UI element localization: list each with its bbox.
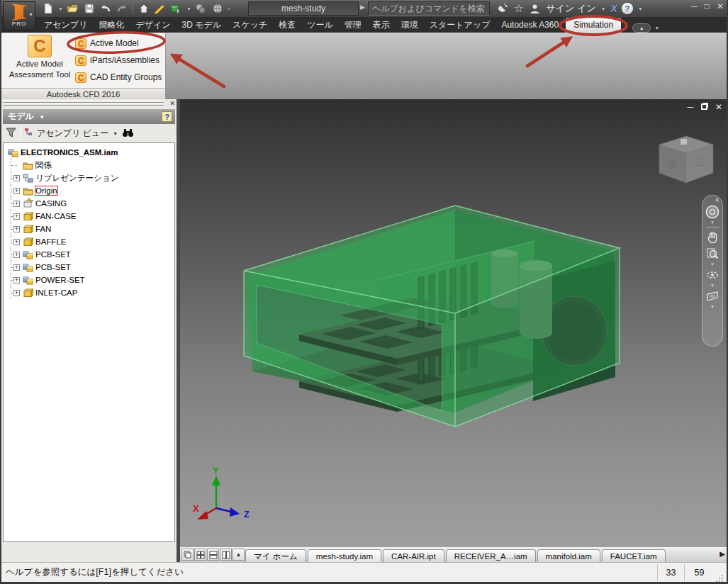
tab-a360[interactable]: Autodesk A360 — [495, 17, 564, 33]
tab-manifold[interactable]: manifold.iam — [537, 549, 600, 563]
help-icon[interactable]: ? — [622, 3, 633, 14]
cascade-windows-icon[interactable] — [181, 549, 194, 561]
tile-horizontal-icon[interactable] — [207, 549, 219, 561]
expand-toggle[interactable]: + — [13, 277, 20, 283]
application-menu-button[interactable]: PRO ▼ — [3, 1, 35, 31]
material-button[interactable] — [194, 1, 208, 16]
sign-in-caret-icon[interactable]: ▼ — [601, 6, 606, 11]
tab-assembly[interactable]: アセンブリ — [38, 17, 93, 33]
tab-getstarted[interactable]: スタートアップ — [424, 17, 496, 33]
expand-toggle[interactable]: + — [13, 226, 20, 232]
select-component-button[interactable] — [169, 1, 184, 16]
save-button[interactable] — [82, 1, 96, 16]
expand-toggle[interactable]: + — [13, 290, 20, 296]
tree-item-assembly-root[interactable]: ELECTRONICS_ASM.iam — [6, 146, 174, 159]
favorites-star-icon[interactable]: ☆ — [514, 2, 523, 15]
title-expand-icon[interactable]: ▶ — [360, 4, 365, 11]
communication-center-icon[interactable] — [495, 1, 510, 16]
redo-button[interactable] — [115, 1, 129, 16]
tree-item-pcb-set-1[interactable]: + PCB-SET — [6, 248, 174, 261]
iparts-iassemblies-button[interactable]: C iParts/iAssemblies — [75, 52, 164, 68]
tab-inspect[interactable]: 検査 — [273, 17, 301, 33]
navbar-close-icon[interactable]: ✕ — [715, 198, 719, 203]
expand-toggle[interactable]: + — [13, 264, 20, 271]
active-model-assessment-button[interactable]: C Active Model Assessment Tool — [4, 35, 75, 87]
look-at-icon[interactable] — [705, 288, 720, 304]
tab-view[interactable]: 表示 — [367, 17, 396, 33]
pan-hand-icon[interactable] — [705, 230, 720, 245]
3d-scene[interactable]: 後 左 X Y Z — [180, 99, 728, 546]
navbar-menu-caret-icon[interactable]: ▼ — [710, 305, 715, 309]
tab-simplify[interactable]: 簡略化 — [93, 17, 130, 33]
new-document-button[interactable] — [41, 1, 55, 16]
browser-help-icon[interactable]: ? — [162, 111, 172, 122]
tree-item-origin[interactable]: + Origin — [6, 184, 174, 197]
orbit-icon[interactable] — [705, 267, 720, 283]
tree-item-representations[interactable]: + リプレゼンテーション — [6, 172, 174, 184]
sketch-button[interactable] — [153, 1, 167, 16]
browser-title-bar[interactable]: モデル ▼ ? — [3, 109, 175, 124]
sign-in-button[interactable]: サイン イン — [546, 2, 595, 15]
expand-toggle[interactable]: + — [13, 175, 20, 181]
graphics-viewport[interactable]: ─ ✕ — [180, 99, 728, 546]
tile-windows-icon[interactable] — [194, 549, 206, 561]
minimize-button[interactable]: ─ — [691, 1, 698, 11]
doc-restore-button[interactable] — [701, 103, 707, 110]
tab-tools[interactable]: ツール — [301, 17, 339, 33]
search-binoculars-icon[interactable] — [122, 128, 134, 140]
select-caret-icon[interactable]: ▼ — [186, 6, 191, 11]
tile-vertical-icon[interactable] — [220, 549, 232, 561]
tab-faucet[interactable]: FAUCET.iam — [602, 549, 666, 563]
navigation-wheel-icon[interactable] — [705, 204, 720, 220]
tab-mesh-study[interactable]: mesh-study.iam — [308, 549, 381, 563]
open-button[interactable] — [66, 1, 80, 16]
tab-sketch[interactable]: スケッチ — [227, 17, 273, 33]
orbit-caret-icon[interactable]: ▼ — [710, 283, 715, 288]
tab-simulation[interactable]: Simulation — [566, 18, 621, 33]
undo-button[interactable] — [99, 1, 113, 16]
tab-design[interactable]: デザイン — [130, 17, 176, 33]
cfd-panel-title[interactable]: Autodesk CFD 2016 — [1, 88, 165, 100]
tab-receiver[interactable]: RECEIVER_A…iam — [446, 549, 536, 563]
restore-button[interactable]: □ — [705, 1, 710, 11]
appearance-button[interactable] — [211, 1, 225, 16]
browser-close-icon[interactable]: ✕ — [169, 100, 175, 107]
tree-item-casing[interactable]: + CASING — [6, 197, 174, 210]
active-model-button[interactable]: C Active Model — [75, 35, 164, 51]
expand-toggle[interactable]: + — [13, 213, 20, 220]
filter-icon[interactable] — [6, 128, 16, 140]
tree-item-fan[interactable]: + FAN — [6, 223, 174, 235]
tree-item-relationships[interactable]: 関係 — [6, 159, 174, 172]
help-caret-icon[interactable]: ▼ — [638, 6, 643, 11]
expand-toggle[interactable]: + — [13, 201, 20, 207]
tab-scroll-right-icon[interactable]: ▶ — [719, 550, 725, 558]
tree-item-fan-case[interactable]: + FAN-CASE — [6, 210, 174, 223]
zoom-caret-icon[interactable]: ▼ — [710, 262, 715, 266]
doc-close-button[interactable]: ✕ — [715, 102, 722, 112]
tab-my-home[interactable]: マイ ホーム — [245, 549, 306, 563]
cad-entity-groups-button[interactable]: C CAD Entity Groups — [75, 69, 164, 85]
view-selector-caret-icon[interactable]: ▼ — [113, 131, 118, 136]
tab-3d-model[interactable]: 3D モデル — [177, 17, 228, 33]
help-search-input[interactable] — [368, 1, 490, 16]
close-button[interactable]: ✕ — [717, 1, 724, 11]
navbar-caret-icon[interactable]: ▼ — [710, 220, 715, 225]
tabbar-expand-icon[interactable]: ▲ — [233, 549, 245, 561]
tree-item-pcb-set-2[interactable]: + PCB-SET — [6, 261, 174, 274]
tree-item-inlet-cap[interactable]: + INLET-CAP — [6, 286, 174, 299]
tab-environments[interactable]: 環境 — [396, 17, 424, 33]
browser-view-selector[interactable]: アセンブリ ビュー — [37, 128, 108, 140]
doc-minimize-button[interactable]: ─ — [687, 102, 693, 112]
tab-car-air[interactable]: CAR-AIR.ipt — [383, 549, 444, 563]
3d-model-electronics-assembly[interactable] — [244, 206, 620, 427]
expand-toggle[interactable]: + — [13, 188, 20, 194]
qat-expand-icon[interactable]: » — [228, 6, 230, 11]
new-document-caret-icon[interactable]: ▼ — [58, 6, 63, 11]
zoom-icon[interactable] — [705, 246, 720, 262]
tree-item-power-set[interactable]: + POWER-SET — [6, 274, 174, 286]
view-cube[interactable]: 後 左 — [659, 136, 713, 183]
exchange-apps-icon[interactable]: X — [611, 3, 617, 14]
tree-item-baffle[interactable]: + BAFFLE — [6, 235, 174, 248]
browser-dock-handle[interactable]: ✕ — [3, 100, 175, 108]
tab-manage[interactable]: 管理 — [339, 17, 367, 33]
